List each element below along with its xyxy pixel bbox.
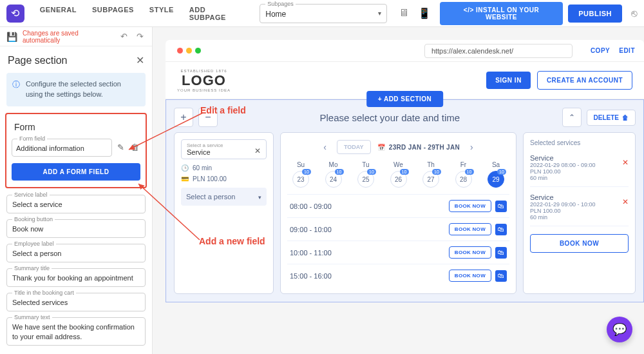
sel-service-duration: 60 min [530, 214, 620, 221]
price-row: 💳PLN 100.00 [181, 175, 267, 182]
subpage-select[interactable]: Subpages Home ▾ [260, 4, 387, 23]
day-column[interactable]: Fr2810 [453, 161, 475, 188]
book-slot-button[interactable]: BOOK NOW [449, 200, 491, 212]
trash-icon: 🗑 [622, 114, 629, 121]
day-column[interactable]: We2610 [388, 161, 410, 188]
cart-icon[interactable]: 🛍 [495, 224, 507, 235]
calendar-icon: 📅 [377, 144, 385, 151]
traffic-green-icon [195, 48, 201, 54]
page-section-title: Page section [8, 55, 136, 66]
browser-bar: https://alex.calendesk.net/ COPY EDIT [166, 40, 644, 62]
form-title: Form [14, 122, 138, 132]
sel-service-duration: 60 min [530, 175, 620, 181]
delete-field-icon[interactable]: 🗑 [129, 142, 140, 153]
book-slot-button[interactable]: BOOK NOW [449, 223, 491, 235]
setting-label: Service label [12, 192, 50, 198]
duration-row: 🕒60 min [181, 164, 267, 172]
day-column[interactable]: Tu2510 [355, 161, 377, 188]
edit-link[interactable]: EDIT [619, 47, 635, 54]
setting-field[interactable]: Booking buttonBook now [6, 219, 146, 238]
url-display: https://alex.calendesk.net/ [424, 44, 573, 58]
day-column[interactable]: Th2710 [420, 161, 442, 188]
desktop-icon[interactable]: 🖥 [399, 7, 409, 19]
day-column[interactable]: Mo2410 [323, 161, 345, 188]
tab-subpages[interactable]: SUBPAGES [84, 0, 142, 28]
setting-field[interactable]: Service labelSelect a service [6, 195, 146, 213]
chat-fab[interactable]: 💬 [607, 317, 632, 342]
date-range: 📅23RD JAN - 29TH JAN [377, 144, 460, 151]
add-icon[interactable]: + [174, 108, 193, 127]
sel-service-price: PLN 100.00 [530, 168, 620, 175]
setting-field[interactable]: Summary textWe have sent the booking con… [6, 317, 146, 346]
logo-sub-text: YOUR BUSINESS IDEA [177, 88, 231, 92]
exit-icon[interactable]: ⎋ [631, 8, 638, 19]
info-text: Configure the selected section using the… [26, 80, 121, 98]
form-field-input[interactable]: Form field Additional information [12, 139, 112, 157]
cart-icon[interactable]: 🛍 [495, 201, 507, 212]
book-slot-button[interactable]: BOOK NOW [449, 270, 491, 282]
days-row: Su2310Mo2410Tu2510We2610Th2710Fr2810Sa29… [287, 161, 509, 188]
app-logo[interactable]: ⟲ [6, 5, 24, 23]
chevron-down-icon: ▾ [378, 10, 381, 17]
install-button[interactable]: </> INSTALL ON YOUR WEBSITE [440, 2, 563, 25]
remove-item-icon[interactable]: ✕ [622, 158, 629, 167]
book-now-button[interactable]: BOOK NOW [530, 234, 629, 253]
section-title: Please select your date and time [223, 112, 557, 123]
setting-label: Employee label [12, 241, 56, 247]
remove-icon[interactable]: − [198, 108, 218, 127]
slot-count-badge: 10 [367, 169, 376, 175]
collapse-icon[interactable]: ⌃ [562, 108, 582, 127]
delete-section-button[interactable]: DELETE 🗑 [587, 110, 636, 126]
setting-label: Summary text [12, 314, 52, 320]
info-icon: ⓘ [12, 79, 20, 90]
publish-button[interactable]: PUBLISH [568, 5, 622, 23]
setting-label: Booking button [12, 216, 55, 222]
prev-week-icon[interactable]: ‹ [319, 139, 330, 155]
day-number: 2510 [357, 171, 374, 188]
remove-item-icon[interactable]: ✕ [622, 197, 629, 206]
clear-icon[interactable]: ✕ [254, 146, 261, 155]
setting-field[interactable]: Employee labelSelect a person [6, 244, 146, 262]
book-slot-button[interactable]: BOOK NOW [449, 246, 491, 259]
day-column[interactable]: Sa2910 [485, 161, 507, 188]
day-abbr: Mo [329, 161, 338, 168]
page-section-header: Page section ✕ [0, 46, 152, 73]
setting-value: Select a person [12, 248, 140, 259]
slot-time: 15:00 - 16:00 [290, 272, 332, 280]
signin-button[interactable]: SIGN IN [486, 72, 531, 89]
cart-icon[interactable]: 🛍 [495, 247, 507, 259]
create-account-button[interactable]: CREATE AN ACCOUNT [537, 71, 632, 90]
setting-field[interactable]: Title in the booking cartSelected servic… [6, 293, 146, 311]
day-column[interactable]: Su2310 [290, 161, 312, 188]
add-section-button[interactable]: + ADD SECTION [366, 91, 444, 107]
add-form-field-button[interactable]: ADD A FORM FIELD [12, 163, 140, 181]
employee-select[interactable]: Select a person ▾ [181, 188, 267, 206]
today-button[interactable]: TODAY [337, 140, 371, 154]
day-number: 2710 [422, 171, 439, 188]
chevron-down-icon: ▾ [258, 194, 261, 201]
close-icon[interactable]: ✕ [136, 54, 144, 66]
copy-link[interactable]: COPY [591, 47, 610, 54]
undo-icon[interactable]: ↶ [120, 32, 128, 41]
day-number: 2610 [390, 171, 407, 188]
time-slot-row: 15:00 - 16:00BOOK NOW🛍 [287, 264, 509, 287]
setting-field[interactable]: Summary titleThank you for booking an ap… [6, 268, 146, 287]
edit-field-icon[interactable]: ✎ [115, 142, 126, 153]
next-week-icon[interactable]: › [466, 139, 477, 155]
service-select[interactable]: Select a service Service ✕ [181, 139, 267, 159]
booking-grid: Select a service Service ✕ 🕒60 min 💳PLN … [166, 132, 643, 302]
sel-service-name: Service [530, 154, 620, 162]
mobile-icon[interactable]: 📱 [418, 7, 431, 19]
cart-icon[interactable]: 🛍 [495, 270, 507, 282]
redo-icon[interactable]: ↷ [137, 32, 144, 41]
traffic-yellow-icon [186, 48, 192, 54]
tab-add-subpage[interactable]: ADD SUBPAGE [182, 0, 249, 28]
tab-general[interactable]: GENERAL [32, 0, 84, 28]
traffic-red-icon [177, 48, 183, 54]
sel-service-price: PLN 100.00 [530, 208, 620, 214]
preview-logo: ESTABLISHED 1876 LOGO YOUR BUSINESS IDEA [177, 69, 231, 92]
tab-style[interactable]: STYLE [142, 0, 182, 28]
clock-icon: 🕒 [181, 164, 189, 172]
slot-count-badge: 10 [465, 169, 474, 175]
time-slot-row: 09:00 - 10:00BOOK NOW🛍 [287, 217, 509, 241]
